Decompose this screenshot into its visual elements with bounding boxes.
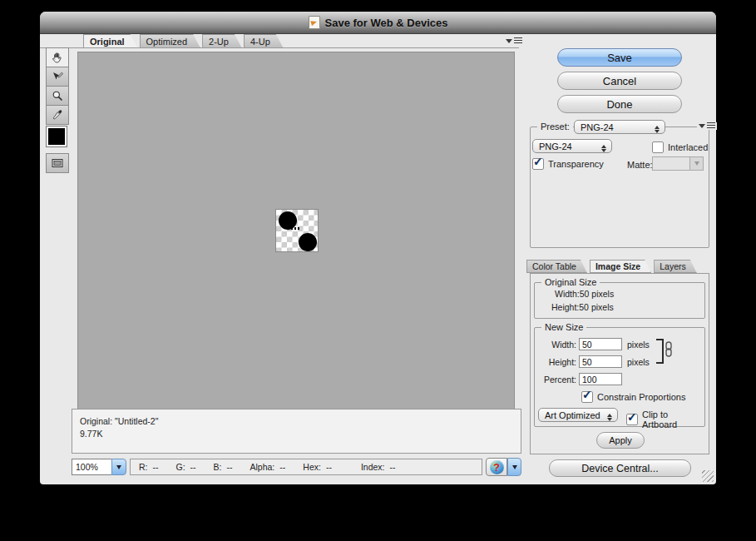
done-button[interactable]: Done [557, 95, 682, 113]
document-proxy-icon [309, 16, 320, 29]
width-label: Width: [541, 340, 576, 350]
preview-canvas[interactable] [77, 52, 515, 409]
preset-select[interactable]: PNG-24 [574, 120, 665, 134]
image-size-panel: Original Size Width:50 pixels Height:50 … [530, 273, 709, 454]
status-field-label: G: [176, 462, 185, 472]
tab-4-up[interactable]: 4-Up [244, 34, 284, 48]
tool-palette [46, 47, 69, 125]
tabstrip-divider [40, 47, 519, 48]
updown-arrows-icon [655, 123, 660, 136]
hand-icon [51, 51, 64, 64]
device-central-button[interactable]: Device Central... [549, 459, 691, 477]
interlaced-label: Interlaced [668, 142, 708, 152]
zoom-level-dropdown-button[interactable] [111, 459, 126, 475]
tab-layers[interactable]: Layers [654, 260, 697, 273]
toggle-slices-visibility-button[interactable] [46, 153, 69, 173]
interlaced-row: Interlaced [652, 141, 708, 153]
original-width-line: Width:50 pixels [555, 289, 614, 299]
constrain-proportions-row: Constrain Proportions [581, 391, 685, 403]
status-field-value: -- [326, 462, 349, 472]
chevron-down-icon [512, 465, 517, 469]
height-input[interactable] [579, 355, 622, 368]
link-chain-icon [665, 341, 673, 358]
percent-label: Percent: [541, 375, 576, 385]
status-field-value: -- [390, 462, 402, 472]
browser-select-dropdown-button[interactable] [507, 458, 521, 476]
transparency-row: Transparency [532, 158, 604, 170]
color-swatch[interactable] [46, 126, 67, 147]
apply-button[interactable]: Apply [596, 432, 645, 449]
status-field-label: R: [139, 462, 148, 472]
chevron-down-icon [694, 161, 699, 166]
new-size-label: New Size [541, 322, 586, 332]
percent-input[interactable] [579, 373, 622, 385]
preview-tabstrip: Original Optimized 2-Up 4-Up [83, 34, 284, 48]
original-height-line: Height:50 pixels [551, 302, 614, 312]
preset-group: Preset: PNG-24 PNG-24 Interlaced Transpa… [530, 127, 709, 248]
preview-in-browser-control [486, 458, 521, 476]
image-info-panel: Original: "Untitled-2" 9.77K [72, 409, 521, 454]
cancel-button[interactable]: Cancel [557, 72, 682, 90]
zoom-level-control: 100% [72, 459, 126, 475]
status-field-value: -- [190, 462, 202, 472]
new-height-row: Height: pixels [541, 355, 650, 368]
clip-to-artboard-checkbox[interactable] [626, 414, 638, 425]
tab-color-table[interactable]: Color Table [526, 260, 587, 273]
slice-select-icon [51, 70, 64, 83]
hand-tool-button[interactable] [47, 48, 68, 67]
tab-2-up[interactable]: 2-Up [202, 34, 242, 48]
preset-flyout-menu-icon[interactable] [697, 122, 717, 130]
artwork-dashed-line [288, 227, 300, 230]
chevron-down-icon [116, 465, 121, 469]
transparency-checkbox[interactable] [532, 158, 544, 170]
tab-image-size[interactable]: Image Size [590, 260, 651, 273]
tab-optimized[interactable]: Optimized [140, 34, 201, 48]
status-field-label: Alpha: [250, 462, 275, 472]
slice-select-tool-button[interactable] [47, 67, 68, 87]
updown-arrows-icon [607, 411, 612, 424]
updown-arrows-icon [601, 142, 606, 155]
original-filename-text: Original: "Untitled-2" [80, 415, 521, 428]
artwork-circle-bottom-right [299, 233, 317, 251]
eyedropper-icon [51, 108, 64, 122]
height-label: Height: [541, 357, 576, 367]
percent-row: Percent: [541, 373, 622, 385]
constrain-proportions-label: Constrain Proportions [597, 392, 685, 402]
file-size-text: 9.77K [80, 428, 521, 440]
format-select[interactable]: PNG-24 [532, 139, 612, 153]
color-readout-bar: R: -- G: -- B: -- Alpha: -- Hex: -- Inde… [130, 459, 482, 475]
status-field-label: B: [214, 462, 222, 472]
zoom-level-value[interactable]: 100% [72, 459, 111, 475]
constrain-proportions-checkbox[interactable] [581, 391, 593, 403]
window-resize-grip[interactable] [702, 470, 714, 482]
interlaced-checkbox[interactable] [652, 141, 664, 153]
zoom-tool-button[interactable] [47, 87, 68, 106]
clip-to-artboard-label: Clip to Artboard [642, 409, 704, 429]
status-field-label: Hex: [303, 462, 321, 472]
save-for-web-dialog: Save for Web & Devices Original Optimize… [40, 12, 716, 484]
preview-in-browser-button[interactable] [486, 458, 507, 476]
swatch-color-black [48, 128, 65, 145]
save-button[interactable]: Save [557, 48, 682, 67]
height-unit-label: pixels [627, 357, 650, 367]
new-size-group: New Size Width: pixels Height: pixels Pe… [534, 327, 705, 427]
new-width-row: Width: pixels [541, 338, 650, 350]
width-unit-label: pixels [627, 340, 650, 350]
original-size-label: Original Size [541, 277, 600, 287]
status-field-value: -- [153, 462, 165, 472]
slices-visibility-icon [51, 157, 64, 169]
window-title: Save for Web & Devices [325, 17, 448, 29]
artwork-image[interactable] [275, 209, 319, 252]
matte-dropdown-arrow [689, 157, 703, 170]
clip-to-artboard-row: Clip to Artboard [626, 409, 704, 429]
tab-original[interactable]: Original [83, 34, 138, 48]
zoom-icon [51, 89, 64, 102]
status-field-value: -- [227, 462, 239, 472]
title-bar[interactable]: Save for Web & Devices [40, 12, 716, 34]
eyedropper-tool-button[interactable] [47, 106, 68, 124]
matte-select[interactable] [652, 156, 704, 171]
width-input[interactable] [579, 338, 622, 350]
transparency-label: Transparency [548, 159, 604, 169]
preview-flyout-menu-icon[interactable] [506, 37, 522, 45]
resample-quality-select[interactable]: Art Optimized [538, 408, 618, 422]
